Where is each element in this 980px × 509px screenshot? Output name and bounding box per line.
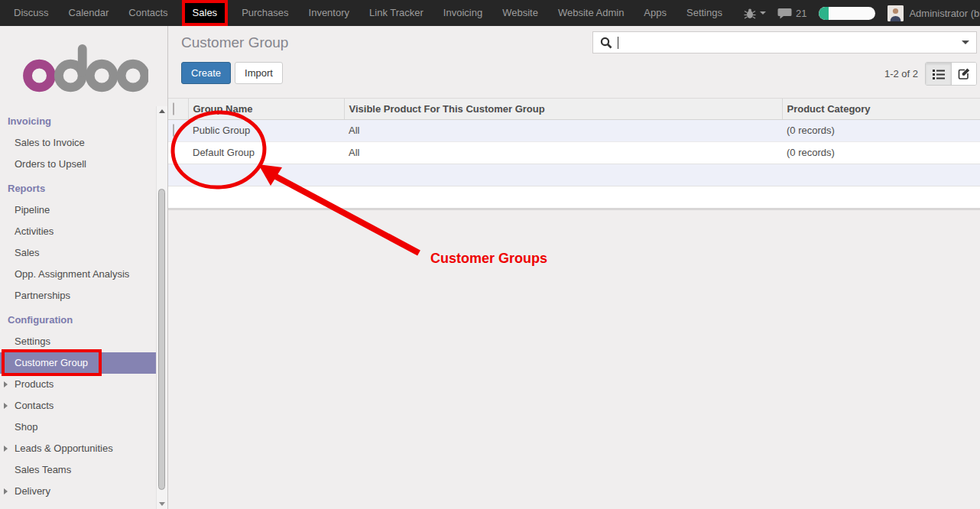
action-buttons: Create Import: [181, 62, 283, 84]
sidebar-item-contacts[interactable]: Contacts: [0, 395, 167, 417]
content-background: [168, 208, 980, 509]
table-header-row: Group Name Visible Product For This Cust…: [168, 99, 980, 119]
user-menu[interactable]: Administrator (braintree): [909, 8, 980, 19]
sidebar-item-orders-to-upsell[interactable]: Orders to Upsell: [0, 154, 167, 175]
sidebar: Invoicing Sales to Invoice Orders to Ups…: [0, 26, 168, 509]
sidebar-scrollbar[interactable]: [156, 106, 167, 509]
user-avatar[interactable]: [888, 5, 904, 21]
section-header-configuration: Configuration: [0, 310, 167, 331]
top-nav-menu: Discuss Calendar Contacts Sales Purchase…: [0, 0, 732, 26]
nav-item-website-admin[interactable]: Website Admin: [548, 0, 634, 26]
main-content: Customer Group Create Import 1-2 of 2: [168, 26, 980, 509]
empty-row: [168, 186, 980, 208]
nav-item-inventory[interactable]: Inventory: [299, 0, 359, 26]
cell-group-name[interactable]: Public Group: [188, 119, 344, 141]
nav-item-contacts[interactable]: Contacts: [118, 0, 177, 26]
nav-item-apps[interactable]: Apps: [634, 0, 677, 26]
form-view-icon: [958, 67, 971, 80]
sidebar-item-pipeline[interactable]: Pipeline: [0, 199, 167, 221]
expand-caret-icon: [4, 488, 8, 494]
sidebar-item-partnerships[interactable]: Partnerships: [0, 285, 167, 306]
sidebar-item-delivery[interactable]: Delivery: [0, 481, 167, 502]
sidebar-item-shop[interactable]: Shop: [0, 417, 167, 438]
customer-group-list: Group Name Visible Product For This Cust…: [168, 99, 980, 208]
nav-item-settings[interactable]: Settings: [677, 0, 732, 26]
debug-bug-icon[interactable]: [744, 8, 766, 19]
select-all-header-cell: [168, 99, 188, 119]
sidebar-item-sales-to-invoice[interactable]: Sales to Invoice: [0, 132, 167, 154]
scroll-down-icon[interactable]: [159, 502, 165, 506]
table-row-public-group[interactable]: Public Group All (0 records): [168, 119, 980, 141]
expand-caret-icon: [4, 446, 8, 452]
col-header-product-category[interactable]: Product Category: [782, 99, 980, 119]
sidebar-item-sales[interactable]: Sales: [0, 242, 167, 264]
nav-item-discuss[interactable]: Discuss: [4, 0, 59, 26]
select-all-checkbox[interactable]: [173, 102, 174, 115]
nav-item-sales[interactable]: Sales: [185, 3, 226, 23]
sidebar-menu: Invoicing Sales to Invoice Orders to Ups…: [0, 106, 167, 502]
session-progress-bar: [819, 7, 875, 20]
scroll-up-icon[interactable]: [159, 109, 165, 113]
top-nav-bar: Discuss Calendar Contacts Sales Purchase…: [0, 0, 980, 26]
message-count-badge: 21: [796, 8, 806, 19]
pager-range: 1-2 of 2: [884, 68, 918, 79]
col-header-group-name[interactable]: Group Name: [188, 99, 344, 119]
col-header-visible-product[interactable]: Visible Product For This Customer Group: [344, 99, 782, 119]
sidebar-item-opp-assignment-analysis[interactable]: Opp. Assignment Analysis: [0, 264, 167, 285]
row-checkbox[interactable]: [173, 146, 174, 159]
debug-caret-down-icon: [760, 11, 766, 15]
nav-item-purchases[interactable]: Purchases: [232, 0, 298, 26]
sidebar-item-leads-opportunities[interactable]: Leads & Opportunities: [0, 438, 167, 459]
session-progress-fill: [819, 7, 829, 20]
nav-item-calendar[interactable]: Calendar: [59, 0, 119, 26]
chat-bubble-icon: [777, 8, 792, 19]
sidebar-item-settings[interactable]: Settings: [0, 331, 167, 352]
cell-product-category[interactable]: (0 records): [782, 141, 980, 164]
person-icon: [888, 5, 904, 21]
nav-item-invoicing[interactable]: Invoicing: [433, 0, 492, 26]
expand-caret-icon: [4, 403, 8, 409]
expand-caret-icon: [4, 381, 8, 387]
view-switcher: [925, 62, 977, 86]
cell-product-category[interactable]: (0 records): [782, 119, 980, 141]
search-input[interactable]: [618, 37, 962, 48]
sidebar-item-products[interactable]: Products: [0, 374, 167, 395]
import-button[interactable]: Import: [235, 62, 283, 84]
page-title: Customer Group: [181, 34, 288, 51]
sidebar-item-customer-group[interactable]: Customer Group: [0, 352, 156, 374]
sidebar-item-activities[interactable]: Activities: [0, 221, 167, 242]
search-icon: [600, 37, 612, 49]
form-view-button[interactable]: [951, 63, 976, 85]
cell-visible-product[interactable]: All: [344, 119, 782, 141]
row-checkbox[interactable]: [173, 124, 174, 137]
nav-item-website[interactable]: Website: [492, 0, 548, 26]
list-view-button[interactable]: [926, 63, 951, 85]
cell-group-name[interactable]: Default Group: [188, 141, 344, 164]
search-dropdown-caret-icon[interactable]: [962, 41, 969, 44]
table-row-default-group[interactable]: Default Group All (0 records): [168, 141, 980, 164]
list-view-icon: [932, 68, 946, 80]
odoo-logo[interactable]: [0, 26, 167, 106]
section-header-invoicing: Invoicing: [0, 111, 167, 132]
scrollbar-thumb[interactable]: [158, 189, 165, 490]
nav-item-link-tracker[interactable]: Link Tracker: [359, 0, 433, 26]
messages-indicator[interactable]: 21: [777, 8, 806, 19]
section-header-reports: Reports: [0, 178, 167, 199]
pager: 1-2 of 2: [884, 62, 977, 86]
sidebar-item-sales-teams[interactable]: Sales Teams: [0, 459, 167, 481]
top-nav-right: 21 Administrator (braintree): [732, 5, 980, 21]
app-shell: Invoicing Sales to Invoice Orders to Ups…: [0, 26, 980, 509]
search-view: [592, 31, 977, 53]
empty-row: [168, 164, 980, 186]
control-panel: Customer Group Create Import 1-2 of 2: [168, 26, 980, 99]
cell-visible-product[interactable]: All: [344, 141, 782, 164]
create-button[interactable]: Create: [181, 62, 231, 84]
